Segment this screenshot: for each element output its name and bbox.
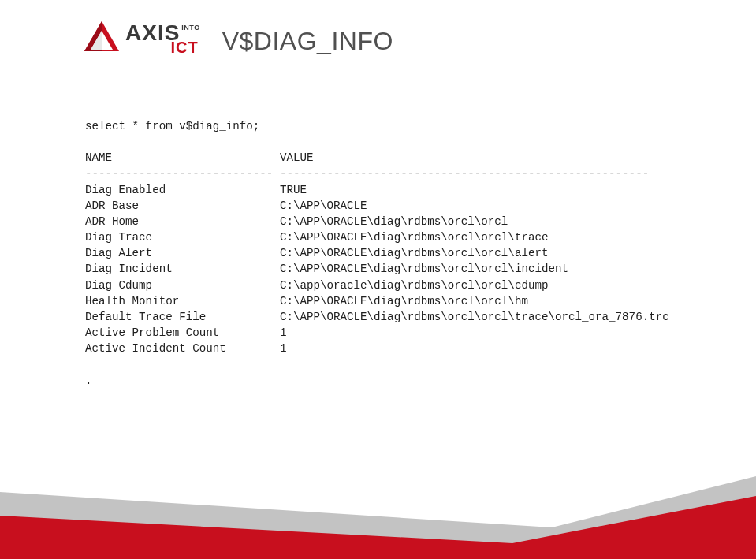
page-title: V$DIAG_INFO (222, 27, 393, 56)
logo-into: INTO (181, 24, 199, 32)
svg-marker-4 (0, 476, 756, 559)
slide-header: AXIS INTO ICT V$DIAG_INFO (0, 0, 756, 63)
logo-text: AXIS INTO ICT (125, 22, 200, 55)
svg-marker-5 (0, 496, 756, 559)
logo-ict: ICT (125, 39, 200, 55)
terminator: . (85, 375, 92, 387)
table-output: NAME VALUE ---------------------------- … (85, 151, 669, 355)
sql-query: select * from v$diag_info; (85, 120, 259, 132)
logo: AXIS INTO ICT (83, 20, 200, 58)
code-block: select * from v$diag_info; NAME VALUE --… (0, 63, 756, 389)
logo-triangle-icon (83, 20, 121, 58)
footer-decoration-icon (0, 449, 756, 559)
